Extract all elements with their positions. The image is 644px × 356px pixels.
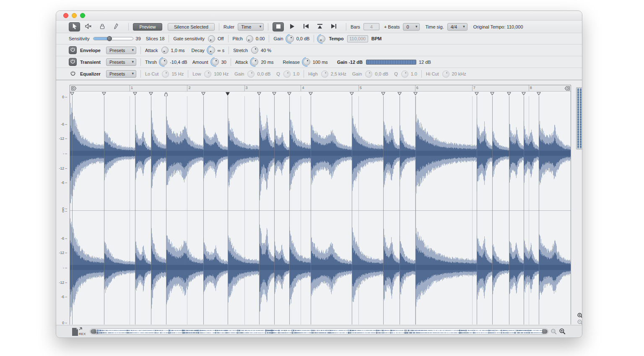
loop-end-marker-icon[interactable] bbox=[564, 86, 570, 91]
sensitivity-slider-thumb[interactable] bbox=[107, 36, 112, 41]
ruler[interactable]: 12345678 bbox=[70, 85, 571, 92]
slice-marker[interactable] bbox=[133, 92, 137, 96]
go-to-end-button[interactable] bbox=[328, 22, 339, 31]
gain-label: Gain bbox=[273, 36, 283, 41]
envelope-row: Envelope Presets Attack 1,0 ms Decay ∞ s… bbox=[56, 44, 582, 56]
vertical-zoom-out-button[interactable] bbox=[577, 319, 582, 325]
overview-scrollbar[interactable] bbox=[90, 328, 548, 335]
db-scale-label: -12 – bbox=[59, 280, 67, 285]
silence-selected-button[interactable]: Silence Selected bbox=[168, 23, 215, 31]
transient-thresh-value: -10,4 dB bbox=[170, 60, 187, 65]
envelope-power-button[interactable] bbox=[69, 46, 77, 54]
slice-marker[interactable] bbox=[70, 92, 74, 96]
timesig-select[interactable]: 4/4 bbox=[447, 23, 467, 31]
arrow-tool-button[interactable] bbox=[69, 22, 80, 31]
row-divider bbox=[314, 35, 314, 42]
transient-thresh-knob[interactable] bbox=[160, 58, 167, 65]
envelope-attack-knob[interactable] bbox=[161, 47, 169, 54]
slice-marker[interactable] bbox=[490, 92, 494, 96]
slice-marker[interactable] bbox=[287, 92, 291, 96]
zoom-window-button[interactable] bbox=[80, 13, 85, 18]
equalizer-presets-select[interactable]: Presets bbox=[106, 70, 136, 78]
slice-marker[interactable] bbox=[149, 92, 153, 96]
transient-power-button[interactable] bbox=[69, 58, 77, 66]
scrollbar-left-handle[interactable] bbox=[91, 329, 96, 334]
slice-marker[interactable] bbox=[102, 92, 106, 96]
horizontal-zoom-out-button[interactable] bbox=[550, 328, 557, 335]
eq-high-knob[interactable] bbox=[321, 71, 328, 78]
minimize-window-button[interactable] bbox=[72, 13, 77, 18]
eq-low-gain-knob[interactable] bbox=[247, 71, 254, 78]
eq-low-knob[interactable] bbox=[204, 71, 211, 78]
slice-marker[interactable] bbox=[272, 92, 276, 96]
vertical-zoom-in-button[interactable] bbox=[577, 312, 582, 319]
eq-hicut-knob[interactable] bbox=[442, 71, 449, 78]
waveform-panel: 12345678 bbox=[70, 85, 571, 325]
slice-marker[interactable] bbox=[507, 92, 511, 96]
eq-high-gain-label: Gain bbox=[352, 71, 362, 76]
play-button[interactable] bbox=[286, 22, 298, 31]
transient-release-label: Release bbox=[283, 60, 299, 65]
envelope-decay-knob[interactable] bbox=[208, 47, 215, 54]
lock-tool-button[interactable] bbox=[96, 22, 108, 31]
bar-number: 2 bbox=[188, 86, 190, 90]
mute-tool-button[interactable] bbox=[83, 22, 94, 31]
slice-marker[interactable] bbox=[413, 92, 418, 96]
eq-low-q-knob[interactable] bbox=[283, 71, 291, 78]
slice-marker[interactable] bbox=[475, 92, 479, 96]
return-to-marker-button[interactable] bbox=[314, 22, 325, 31]
slice-marker[interactable] bbox=[257, 92, 261, 96]
stretch-knob[interactable] bbox=[251, 47, 258, 54]
selected-slice-marker[interactable] bbox=[226, 92, 230, 96]
row-divider bbox=[188, 70, 188, 78]
sensitivity-slider[interactable] bbox=[93, 37, 133, 40]
slice-marker-strip[interactable] bbox=[70, 92, 571, 96]
beats-select[interactable]: 0 bbox=[403, 23, 420, 31]
slice-marker[interactable] bbox=[537, 92, 541, 96]
eq-high-q-value: 1.0 bbox=[411, 71, 417, 76]
tempo-knob[interactable] bbox=[318, 35, 325, 42]
rex-file-icon[interactable]: REX bbox=[71, 327, 86, 336]
bar-number: 8 bbox=[530, 86, 532, 90]
transient-amount-knob[interactable] bbox=[212, 58, 219, 65]
preview-button[interactable]: Preview bbox=[133, 23, 162, 31]
ruler-mode-select[interactable]: Time bbox=[238, 23, 264, 31]
eq-high-q-knob[interactable] bbox=[401, 71, 408, 78]
power-icon bbox=[70, 47, 75, 53]
row-divider bbox=[169, 35, 169, 42]
bars-field[interactable]: 4 bbox=[364, 23, 379, 30]
slice-marker[interactable] bbox=[397, 92, 402, 96]
pitch-knob[interactable] bbox=[246, 35, 253, 42]
go-to-start-button[interactable] bbox=[300, 22, 312, 31]
eq-high-gain-knob[interactable] bbox=[365, 71, 372, 78]
slice-marker[interactable] bbox=[201, 92, 205, 96]
stretch-value: 40 % bbox=[261, 48, 271, 53]
slice-marker[interactable] bbox=[350, 92, 354, 96]
slice-marker[interactable] bbox=[522, 92, 526, 96]
slice-marker[interactable] bbox=[309, 92, 313, 96]
gate-sensitivity-knob[interactable] bbox=[208, 35, 215, 42]
horizontal-zoom-in-button[interactable] bbox=[559, 328, 566, 335]
eq-low-value: 100 Hz bbox=[214, 71, 229, 76]
slice-marker[interactable] bbox=[381, 92, 385, 96]
tempo-field[interactable]: 110,000 bbox=[347, 35, 368, 42]
loop-start-marker-icon[interactable] bbox=[71, 86, 77, 91]
scrollbar-right-handle[interactable] bbox=[542, 329, 548, 334]
transient-release-knob[interactable] bbox=[303, 58, 310, 65]
transient-presets-select[interactable]: Presets bbox=[106, 58, 136, 66]
transient-attack-knob[interactable] bbox=[251, 58, 258, 65]
pencil-tool-button[interactable] bbox=[110, 22, 122, 31]
envelope-presets-select[interactable]: Presets bbox=[106, 47, 136, 54]
envelope-decay-value: ∞ s bbox=[218, 48, 224, 53]
row-divider bbox=[140, 47, 141, 54]
slices-count: Slices 18 bbox=[146, 36, 165, 41]
sensitivity-row: Sensitivity 39 Slices 18 Gate sensitivit… bbox=[56, 33, 582, 44]
envelope-decay-label: Decay bbox=[192, 48, 205, 53]
equalizer-power-button[interactable] bbox=[69, 70, 77, 78]
close-window-button[interactable] bbox=[63, 13, 68, 18]
stretch-label: Stretch bbox=[233, 48, 248, 53]
gain-knob[interactable] bbox=[287, 35, 294, 42]
waveform-canvas[interactable] bbox=[70, 96, 571, 325]
eq-locut-knob[interactable] bbox=[162, 71, 169, 78]
stop-button[interactable] bbox=[273, 22, 284, 31]
